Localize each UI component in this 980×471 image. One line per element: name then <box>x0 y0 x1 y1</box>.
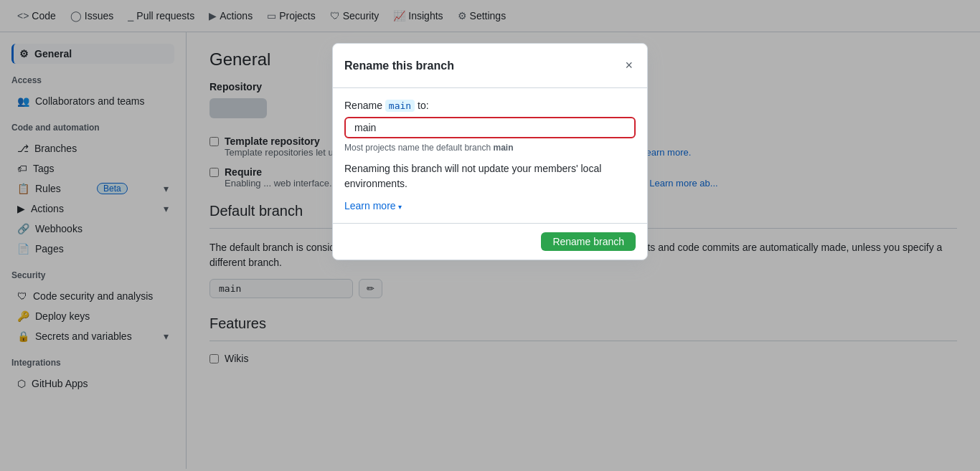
modal-overlay[interactable]: Rename this branch × Rename main to: Mos… <box>0 0 980 469</box>
rename-hint: Most projects name the default branch ma… <box>344 143 636 153</box>
rename-branch-input[interactable] <box>344 117 636 138</box>
branch-code: main <box>385 100 415 112</box>
learn-more-chevron-icon: ▾ <box>398 203 402 211</box>
modal-header: Rename this branch × <box>333 44 647 88</box>
rename-branch-button[interactable]: Rename branch <box>541 232 636 251</box>
modal-body: Rename main to: Most projects name the d… <box>333 88 647 223</box>
rename-branch-modal: Rename this branch × Rename main to: Mos… <box>332 43 648 260</box>
modal-footer: Rename branch <box>333 223 647 260</box>
learn-more-link[interactable]: Learn more ▾ <box>344 200 402 211</box>
rename-warning: Renaming this branch will not update you… <box>344 161 636 191</box>
rename-label: Rename main to: <box>344 100 636 111</box>
modal-close-button[interactable]: × <box>622 55 636 76</box>
modal-title: Rename this branch <box>344 60 454 72</box>
